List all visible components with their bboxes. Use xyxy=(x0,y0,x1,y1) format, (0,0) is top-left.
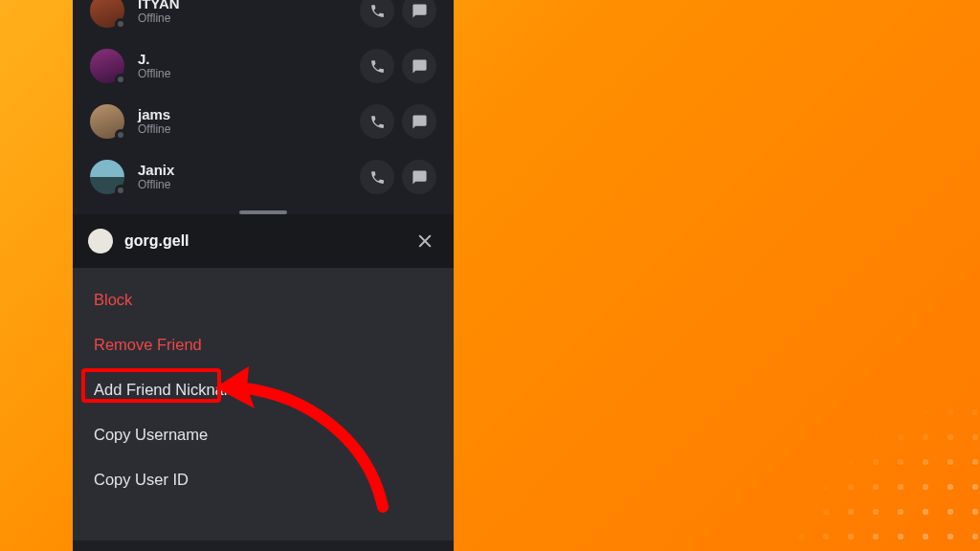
call-button[interactable] xyxy=(360,104,394,139)
friend-status: Offline xyxy=(138,179,352,192)
friend-name: Janix xyxy=(138,162,352,178)
friend-status: Offline xyxy=(138,12,352,26)
sheet-options: Block Remove Friend Add Friend Nickname … xyxy=(73,268,454,540)
sheet-username: gorg.gell xyxy=(124,232,412,250)
avatar xyxy=(90,160,124,194)
close-icon xyxy=(415,231,434,251)
call-button[interactable] xyxy=(360,160,394,194)
chat-icon xyxy=(412,114,428,130)
chat-icon xyxy=(412,58,428,75)
friend-row[interactable]: jams Offline xyxy=(73,94,454,149)
option-copy-username[interactable]: Copy Username xyxy=(73,412,454,457)
message-button[interactable] xyxy=(402,0,436,28)
status-offline-icon xyxy=(115,74,126,85)
option-block[interactable]: Block xyxy=(73,277,454,322)
friend-status: Offline xyxy=(138,68,352,81)
friend-name: ITYAN xyxy=(138,0,352,12)
friend-row[interactable]: J. Offline xyxy=(73,38,454,94)
background-dots xyxy=(540,226,980,551)
status-offline-icon xyxy=(115,129,126,141)
phone-icon xyxy=(369,114,386,130)
message-button[interactable] xyxy=(402,104,436,139)
status-offline-icon xyxy=(115,185,126,196)
phone-icon xyxy=(369,3,386,19)
chat-icon xyxy=(412,3,428,19)
friend-status: Offline xyxy=(138,123,352,137)
call-button[interactable] xyxy=(360,49,394,83)
sheet-header: gorg.gell xyxy=(73,214,454,268)
status-offline-icon xyxy=(115,18,126,30)
avatar xyxy=(90,104,124,139)
option-remove-friend[interactable]: Remove Friend xyxy=(73,322,454,367)
phone-icon xyxy=(369,58,386,75)
option-add-nickname[interactable]: Add Friend Nickname xyxy=(73,367,454,412)
friends-list: Offline ITYAN Offline J. Offline xyxy=(73,0,454,214)
friend-row[interactable]: Janix Offline xyxy=(73,149,454,205)
avatar xyxy=(90,0,124,28)
friend-meta: ITYAN Offline xyxy=(138,0,352,26)
friend-name: jams xyxy=(138,106,352,122)
friend-meta: jams Offline xyxy=(138,106,352,136)
close-button[interactable] xyxy=(412,228,438,254)
chat-icon xyxy=(412,169,428,186)
call-button[interactable] xyxy=(360,0,394,28)
friend-meta: J. Offline xyxy=(138,51,352,80)
option-copy-user-id[interactable]: Copy User ID xyxy=(73,457,454,502)
friend-row[interactable]: ITYAN Offline xyxy=(73,0,454,38)
sheet-avatar xyxy=(88,229,113,253)
message-button[interactable] xyxy=(402,160,436,194)
phone-icon xyxy=(369,169,386,186)
friend-name: J. xyxy=(138,51,352,67)
message-button[interactable] xyxy=(402,49,436,83)
phone-screen: Offline ITYAN Offline J. Offline xyxy=(73,0,454,551)
friend-meta: Janix Offline xyxy=(138,162,352,191)
avatar xyxy=(90,49,124,83)
